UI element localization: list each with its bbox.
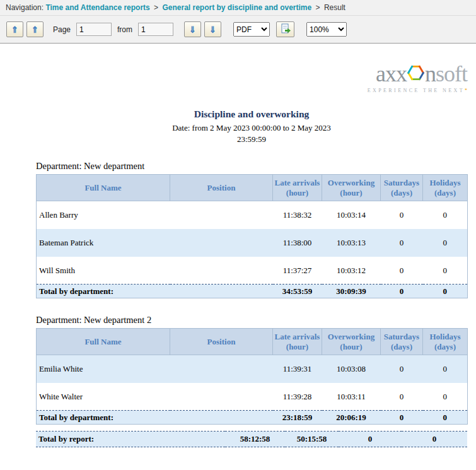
- cell-holidays: 0: [423, 229, 468, 257]
- cell-saturdays: 0: [381, 383, 423, 411]
- breadcrumb: Navigation: Time and Attendance reports …: [0, 0, 476, 16]
- cell-late-arrivals: 11:39:31: [273, 355, 322, 383]
- cell-position: [170, 201, 273, 229]
- department-heading: Department: New department: [36, 161, 467, 172]
- cell-late-arrivals: 11:38:00: [273, 229, 322, 257]
- first-page-icon: ⇑: [11, 25, 19, 35]
- table-row: White Walter 11:39:28 10:03:11 0 0: [37, 383, 468, 411]
- logo-text-soft: soft: [436, 62, 467, 85]
- col-header-overworking: Overworking (hour): [322, 175, 381, 201]
- axxonsoft-logo: axx nsoft EXPERIENCE THE NEXT*: [36, 62, 467, 93]
- cell-saturdays: 0: [381, 257, 423, 285]
- cell-late-arrivals: 11:38:32: [273, 201, 322, 229]
- total-overworking: 30:09:39: [322, 285, 381, 298]
- report-total-table: Total by report: 58:12:58 50:15:58 0 0: [36, 431, 467, 447]
- cell-holidays: 0: [423, 201, 468, 229]
- total-label: Total by department:: [37, 285, 273, 298]
- department-heading: Department: New department 2: [36, 315, 467, 326]
- col-header-full-name: Full Name: [37, 175, 170, 201]
- page-input[interactable]: [76, 23, 112, 36]
- last-page-button[interactable]: ⇓: [204, 21, 221, 37]
- table-row: Allen Barry 11:38:32 10:03:14 0 0: [37, 201, 468, 229]
- total-saturdays: 0: [381, 411, 423, 425]
- last-page-icon: ⇓: [209, 25, 217, 35]
- total-overworking: 20:06:19: [322, 411, 381, 425]
- nav-label: Navigation:: [6, 3, 44, 12]
- department-total-row: Total by department: 23:18:59 20:06:19 0…: [37, 411, 468, 425]
- breadcrumb-separator: >: [154, 3, 158, 12]
- col-header-saturdays: Saturdays (days): [381, 175, 423, 201]
- zoom-select[interactable]: 100%: [306, 22, 347, 37]
- table-row: Will Smith 11:37:27 10:03:12 0 0: [37, 257, 468, 285]
- report-total-overworking: 50:15:58: [285, 432, 339, 447]
- total-saturdays: 0: [381, 285, 423, 298]
- nav-link-time-attendance[interactable]: Time and Attendance reports: [45, 3, 149, 12]
- report-page: axx nsoft EXPERIENCE THE NEXT* Disciplin…: [0, 44, 476, 454]
- next-page-button[interactable]: ⇓: [184, 21, 201, 37]
- page-label: Page: [53, 25, 71, 34]
- cell-late-arrivals: 11:39:28: [273, 383, 322, 411]
- total-holidays: 0: [423, 285, 468, 298]
- col-header-saturdays: Saturdays (days): [381, 329, 423, 355]
- tagline-mark: *: [465, 88, 467, 93]
- cell-position: [170, 355, 273, 383]
- cell-overworking: 10:03:12: [322, 257, 381, 285]
- export-report-icon: [280, 23, 291, 36]
- total-late-arrivals: 34:53:59: [273, 285, 322, 298]
- nav-current-page: Result: [324, 3, 345, 12]
- cell-late-arrivals: 11:37:27: [273, 257, 322, 285]
- col-header-holidays: Holidays (days): [423, 175, 468, 201]
- cell-holidays: 0: [423, 257, 468, 285]
- logo-tagline: EXPERIENCE THE NEXT*: [36, 88, 467, 93]
- cell-holidays: 0: [423, 383, 468, 411]
- report-total-row: Total by report: 58:12:58 50:15:58 0 0: [36, 432, 467, 447]
- breadcrumb-separator: >: [316, 3, 320, 12]
- report-total-saturdays: 0: [339, 432, 402, 447]
- export-format-select[interactable]: PDF: [233, 22, 270, 37]
- col-header-overworking: Overworking (hour): [322, 329, 381, 355]
- total-pages-input[interactable]: [138, 23, 173, 36]
- cell-saturdays: 0: [381, 201, 423, 229]
- cell-holidays: 0: [423, 355, 468, 383]
- cell-position: [170, 383, 273, 411]
- report-toolbar: ⇑ ⇑ Page from ⇓ ⇓ PDF 100%: [0, 16, 476, 44]
- cell-position: [170, 257, 273, 285]
- total-label: Total by department:: [37, 411, 273, 425]
- export-report-button[interactable]: [276, 21, 294, 37]
- department-total-row: Total by department: 34:53:59 30:09:39 0…: [37, 285, 468, 298]
- from-label: from: [117, 25, 132, 34]
- total-holidays: 0: [423, 411, 468, 425]
- total-late-arrivals: 23:18:59: [273, 411, 322, 425]
- first-page-button[interactable]: ⇑: [6, 21, 23, 37]
- report-total-label: Total by report:: [36, 432, 225, 447]
- report-date-range: Date: from 2 May 2023 00:00:00 to 2 May …: [36, 122, 467, 144]
- next-page-icon: ⇓: [189, 25, 197, 35]
- prev-page-icon: ⇑: [32, 25, 39, 35]
- logo-text-n: n: [425, 62, 436, 85]
- nav-link-general-report[interactable]: General report by discipline and overtim…: [162, 3, 311, 12]
- logo-text-axx: axx: [376, 62, 407, 85]
- report-total-late-arrivals: 58:12:58: [225, 432, 285, 447]
- report-title: Discipline and overworking: [36, 109, 467, 120]
- cell-saturdays: 0: [381, 355, 423, 383]
- col-header-position: Position: [170, 175, 273, 201]
- cell-full-name: White Walter: [37, 383, 170, 411]
- col-header-position: Position: [170, 329, 273, 355]
- cell-overworking: 10:03:08: [322, 355, 381, 383]
- cell-full-name: Allen Barry: [37, 201, 170, 229]
- cell-overworking: 10:03:11: [322, 383, 381, 411]
- table-header-row: Full Name Position Late arrivals (hour) …: [37, 175, 468, 201]
- cell-full-name: Emilia White: [37, 355, 170, 383]
- department-table-1: Full Name Position Late arrivals (hour) …: [36, 174, 468, 298]
- col-header-holidays: Holidays (days): [423, 329, 468, 355]
- cell-full-name: Will Smith: [37, 257, 170, 285]
- cell-full-name: Bateman Patrick: [37, 229, 170, 257]
- col-header-late: Late arrivals (hour): [273, 175, 322, 201]
- col-header-full-name: Full Name: [37, 329, 170, 355]
- table-header-row: Full Name Position Late arrivals (hour) …: [37, 329, 468, 355]
- cell-saturdays: 0: [381, 229, 423, 257]
- table-row: Bateman Patrick 11:38:00 10:03:13 0 0: [37, 229, 468, 257]
- axxon-hexagon-icon: [407, 62, 424, 85]
- prev-page-button[interactable]: ⇑: [26, 21, 44, 37]
- report-total-holidays: 0: [402, 432, 467, 447]
